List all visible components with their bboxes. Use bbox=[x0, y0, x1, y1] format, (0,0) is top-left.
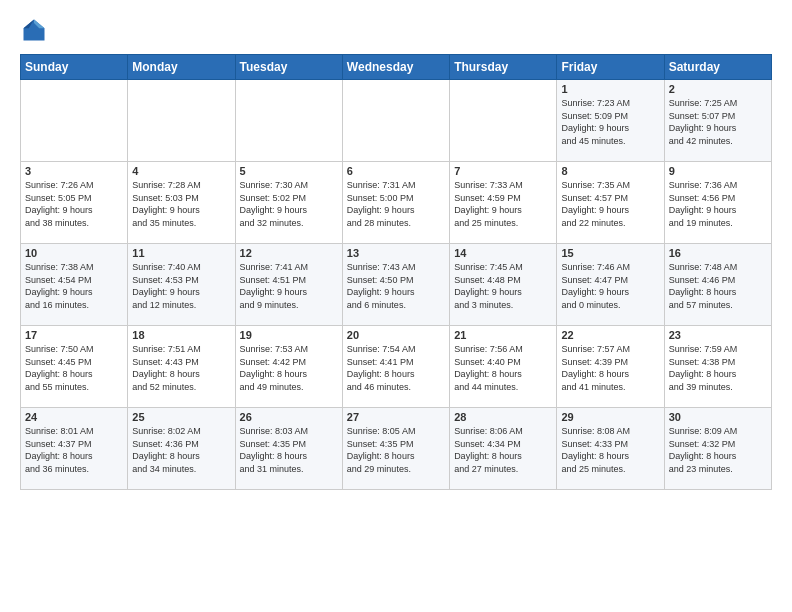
day-number: 14 bbox=[454, 247, 552, 259]
day-number: 2 bbox=[669, 83, 767, 95]
calendar-cell: 10Sunrise: 7:38 AM Sunset: 4:54 PM Dayli… bbox=[21, 244, 128, 326]
day-number: 21 bbox=[454, 329, 552, 341]
day-info: Sunrise: 7:25 AM Sunset: 5:07 PM Dayligh… bbox=[669, 97, 767, 147]
calendar-cell: 7Sunrise: 7:33 AM Sunset: 4:59 PM Daylig… bbox=[450, 162, 557, 244]
calendar-week-3: 10Sunrise: 7:38 AM Sunset: 4:54 PM Dayli… bbox=[21, 244, 772, 326]
day-info: Sunrise: 7:54 AM Sunset: 4:41 PM Dayligh… bbox=[347, 343, 445, 393]
day-info: Sunrise: 7:50 AM Sunset: 4:45 PM Dayligh… bbox=[25, 343, 123, 393]
calendar-cell: 27Sunrise: 8:05 AM Sunset: 4:35 PM Dayli… bbox=[342, 408, 449, 490]
day-info: Sunrise: 7:26 AM Sunset: 5:05 PM Dayligh… bbox=[25, 179, 123, 229]
calendar-cell: 30Sunrise: 8:09 AM Sunset: 4:32 PM Dayli… bbox=[664, 408, 771, 490]
calendar-cell: 20Sunrise: 7:54 AM Sunset: 4:41 PM Dayli… bbox=[342, 326, 449, 408]
day-header-friday: Friday bbox=[557, 55, 664, 80]
calendar-cell bbox=[450, 80, 557, 162]
day-info: Sunrise: 8:02 AM Sunset: 4:36 PM Dayligh… bbox=[132, 425, 230, 475]
header bbox=[20, 16, 772, 44]
calendar-cell: 17Sunrise: 7:50 AM Sunset: 4:45 PM Dayli… bbox=[21, 326, 128, 408]
calendar-cell: 28Sunrise: 8:06 AM Sunset: 4:34 PM Dayli… bbox=[450, 408, 557, 490]
calendar-cell: 13Sunrise: 7:43 AM Sunset: 4:50 PM Dayli… bbox=[342, 244, 449, 326]
day-number: 10 bbox=[25, 247, 123, 259]
day-info: Sunrise: 8:05 AM Sunset: 4:35 PM Dayligh… bbox=[347, 425, 445, 475]
day-info: Sunrise: 7:59 AM Sunset: 4:38 PM Dayligh… bbox=[669, 343, 767, 393]
calendar-cell: 22Sunrise: 7:57 AM Sunset: 4:39 PM Dayli… bbox=[557, 326, 664, 408]
day-number: 25 bbox=[132, 411, 230, 423]
calendar-cell bbox=[21, 80, 128, 162]
day-header-sunday: Sunday bbox=[21, 55, 128, 80]
day-number: 27 bbox=[347, 411, 445, 423]
calendar-cell: 15Sunrise: 7:46 AM Sunset: 4:47 PM Dayli… bbox=[557, 244, 664, 326]
calendar-cell bbox=[235, 80, 342, 162]
calendar-cell: 9Sunrise: 7:36 AM Sunset: 4:56 PM Daylig… bbox=[664, 162, 771, 244]
calendar-cell: 23Sunrise: 7:59 AM Sunset: 4:38 PM Dayli… bbox=[664, 326, 771, 408]
day-info: Sunrise: 7:28 AM Sunset: 5:03 PM Dayligh… bbox=[132, 179, 230, 229]
calendar-cell: 8Sunrise: 7:35 AM Sunset: 4:57 PM Daylig… bbox=[557, 162, 664, 244]
day-number: 12 bbox=[240, 247, 338, 259]
day-info: Sunrise: 7:33 AM Sunset: 4:59 PM Dayligh… bbox=[454, 179, 552, 229]
day-number: 20 bbox=[347, 329, 445, 341]
day-number: 11 bbox=[132, 247, 230, 259]
calendar-cell bbox=[128, 80, 235, 162]
calendar-cell: 19Sunrise: 7:53 AM Sunset: 4:42 PM Dayli… bbox=[235, 326, 342, 408]
day-info: Sunrise: 8:06 AM Sunset: 4:34 PM Dayligh… bbox=[454, 425, 552, 475]
calendar-cell: 11Sunrise: 7:40 AM Sunset: 4:53 PM Dayli… bbox=[128, 244, 235, 326]
day-number: 29 bbox=[561, 411, 659, 423]
day-info: Sunrise: 8:09 AM Sunset: 4:32 PM Dayligh… bbox=[669, 425, 767, 475]
calendar-cell: 18Sunrise: 7:51 AM Sunset: 4:43 PM Dayli… bbox=[128, 326, 235, 408]
day-number: 5 bbox=[240, 165, 338, 177]
day-number: 8 bbox=[561, 165, 659, 177]
day-header-thursday: Thursday bbox=[450, 55, 557, 80]
day-number: 23 bbox=[669, 329, 767, 341]
day-header-monday: Monday bbox=[128, 55, 235, 80]
calendar-cell: 1Sunrise: 7:23 AM Sunset: 5:09 PM Daylig… bbox=[557, 80, 664, 162]
day-info: Sunrise: 8:03 AM Sunset: 4:35 PM Dayligh… bbox=[240, 425, 338, 475]
day-info: Sunrise: 7:51 AM Sunset: 4:43 PM Dayligh… bbox=[132, 343, 230, 393]
day-header-wednesday: Wednesday bbox=[342, 55, 449, 80]
calendar-week-2: 3Sunrise: 7:26 AM Sunset: 5:05 PM Daylig… bbox=[21, 162, 772, 244]
calendar-cell: 21Sunrise: 7:56 AM Sunset: 4:40 PM Dayli… bbox=[450, 326, 557, 408]
day-number: 19 bbox=[240, 329, 338, 341]
logo bbox=[20, 16, 52, 44]
day-number: 28 bbox=[454, 411, 552, 423]
day-number: 24 bbox=[25, 411, 123, 423]
day-info: Sunrise: 7:57 AM Sunset: 4:39 PM Dayligh… bbox=[561, 343, 659, 393]
day-info: Sunrise: 7:41 AM Sunset: 4:51 PM Dayligh… bbox=[240, 261, 338, 311]
calendar-week-1: 1Sunrise: 7:23 AM Sunset: 5:09 PM Daylig… bbox=[21, 80, 772, 162]
day-info: Sunrise: 7:45 AM Sunset: 4:48 PM Dayligh… bbox=[454, 261, 552, 311]
calendar-table: SundayMondayTuesdayWednesdayThursdayFrid… bbox=[20, 54, 772, 490]
day-number: 1 bbox=[561, 83, 659, 95]
calendar-cell: 26Sunrise: 8:03 AM Sunset: 4:35 PM Dayli… bbox=[235, 408, 342, 490]
day-number: 4 bbox=[132, 165, 230, 177]
day-info: Sunrise: 7:40 AM Sunset: 4:53 PM Dayligh… bbox=[132, 261, 230, 311]
calendar-cell: 3Sunrise: 7:26 AM Sunset: 5:05 PM Daylig… bbox=[21, 162, 128, 244]
calendar-header-row: SundayMondayTuesdayWednesdayThursdayFrid… bbox=[21, 55, 772, 80]
calendar-cell: 29Sunrise: 8:08 AM Sunset: 4:33 PM Dayli… bbox=[557, 408, 664, 490]
calendar-week-4: 17Sunrise: 7:50 AM Sunset: 4:45 PM Dayli… bbox=[21, 326, 772, 408]
day-info: Sunrise: 7:46 AM Sunset: 4:47 PM Dayligh… bbox=[561, 261, 659, 311]
day-number: 13 bbox=[347, 247, 445, 259]
calendar-cell: 5Sunrise: 7:30 AM Sunset: 5:02 PM Daylig… bbox=[235, 162, 342, 244]
day-header-tuesday: Tuesday bbox=[235, 55, 342, 80]
day-info: Sunrise: 7:38 AM Sunset: 4:54 PM Dayligh… bbox=[25, 261, 123, 311]
logo-icon bbox=[20, 16, 48, 44]
day-number: 22 bbox=[561, 329, 659, 341]
day-number: 3 bbox=[25, 165, 123, 177]
day-info: Sunrise: 7:43 AM Sunset: 4:50 PM Dayligh… bbox=[347, 261, 445, 311]
day-info: Sunrise: 7:35 AM Sunset: 4:57 PM Dayligh… bbox=[561, 179, 659, 229]
calendar-cell: 2Sunrise: 7:25 AM Sunset: 5:07 PM Daylig… bbox=[664, 80, 771, 162]
day-number: 9 bbox=[669, 165, 767, 177]
day-number: 15 bbox=[561, 247, 659, 259]
calendar-cell: 16Sunrise: 7:48 AM Sunset: 4:46 PM Dayli… bbox=[664, 244, 771, 326]
day-info: Sunrise: 7:36 AM Sunset: 4:56 PM Dayligh… bbox=[669, 179, 767, 229]
day-number: 6 bbox=[347, 165, 445, 177]
day-info: Sunrise: 8:08 AM Sunset: 4:33 PM Dayligh… bbox=[561, 425, 659, 475]
day-info: Sunrise: 7:53 AM Sunset: 4:42 PM Dayligh… bbox=[240, 343, 338, 393]
day-info: Sunrise: 7:30 AM Sunset: 5:02 PM Dayligh… bbox=[240, 179, 338, 229]
calendar-cell: 24Sunrise: 8:01 AM Sunset: 4:37 PM Dayli… bbox=[21, 408, 128, 490]
calendar-cell: 14Sunrise: 7:45 AM Sunset: 4:48 PM Dayli… bbox=[450, 244, 557, 326]
calendar-cell: 25Sunrise: 8:02 AM Sunset: 4:36 PM Dayli… bbox=[128, 408, 235, 490]
calendar-cell bbox=[342, 80, 449, 162]
calendar-cell: 6Sunrise: 7:31 AM Sunset: 5:00 PM Daylig… bbox=[342, 162, 449, 244]
day-info: Sunrise: 7:23 AM Sunset: 5:09 PM Dayligh… bbox=[561, 97, 659, 147]
day-number: 16 bbox=[669, 247, 767, 259]
day-info: Sunrise: 7:56 AM Sunset: 4:40 PM Dayligh… bbox=[454, 343, 552, 393]
